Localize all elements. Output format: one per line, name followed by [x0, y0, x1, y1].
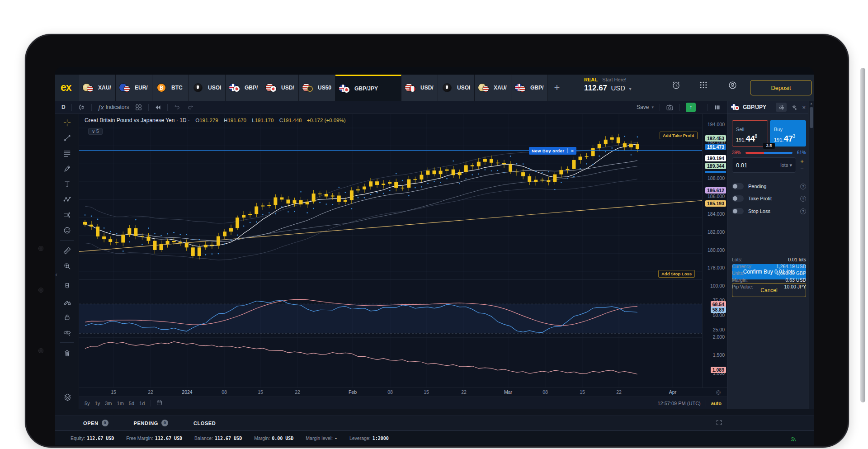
- new-buy-order-label: New Buy order: [532, 148, 564, 153]
- instrument-tab-9[interactable]: USOI: [438, 75, 475, 101]
- drawing-lock-tool-icon[interactable]: [59, 295, 75, 308]
- buy-button[interactable]: Buy 191.473: [770, 120, 806, 147]
- instrument-pair-icon: [302, 82, 315, 93]
- range-button-5y[interactable]: 5y: [85, 401, 90, 406]
- alarm-icon[interactable]: [671, 80, 681, 90]
- price-badge-purple: 186.612: [705, 187, 726, 194]
- instrument-tab-6[interactable]: US50: [299, 75, 335, 101]
- range-button-1d[interactable]: 1d: [139, 401, 145, 406]
- pattern-tool-icon[interactable]: [59, 193, 75, 206]
- time-axis[interactable]: ◎ 15222024081522Feb081522Mar081522Apr: [79, 388, 727, 397]
- add-stop-loss-button[interactable]: Add Stop Loss: [658, 270, 695, 278]
- range-button-1m[interactable]: 1m: [117, 401, 124, 406]
- volume-decrease-button[interactable]: −: [798, 165, 806, 173]
- zoom-in-tool-icon[interactable]: [59, 259, 75, 273]
- apps-grid-icon[interactable]: [699, 80, 709, 90]
- help-icon[interactable]: ?: [800, 196, 806, 202]
- volume-input[interactable]: 0.01 lots ▾: [732, 157, 796, 173]
- fib-tool-icon[interactable]: [59, 147, 75, 160]
- quick-trade-button[interactable]: ↑: [686, 103, 696, 112]
- auto-scale-button[interactable]: auto: [711, 401, 722, 406]
- instrument-tab-1[interactable]: EUR/: [116, 75, 152, 101]
- camera-icon[interactable]: [666, 104, 674, 111]
- add-instrument-button[interactable]: +: [548, 75, 566, 101]
- help-icon[interactable]: ?: [800, 208, 806, 214]
- undo-icon[interactable]: [174, 104, 181, 111]
- text-tool-icon[interactable]: [59, 177, 75, 191]
- volume-unit-dropdown[interactable]: lots ▾: [780, 162, 792, 168]
- sell-button[interactable]: Sell 191.448: [732, 120, 768, 147]
- close-icon[interactable]: ×: [802, 104, 806, 111]
- one-click-trading-icon[interactable]: [788, 103, 799, 112]
- orders-tab-open[interactable]: OPEN0: [83, 420, 108, 426]
- range-button-5d[interactable]: 5d: [129, 401, 134, 406]
- price-axis[interactable]: 194.000192.453192.000191.473190.194189.3…: [702, 114, 727, 388]
- trash-tool-icon[interactable]: [59, 346, 75, 359]
- instrument-pair-icon: ₿: [156, 82, 168, 93]
- price-chart[interactable]: Great Britain Pound vs Japanese Yen · 1D…: [79, 114, 702, 409]
- instrument-tab-4[interactable]: GBP/: [226, 75, 262, 101]
- instrument-tab-0[interactable]: XAU/: [79, 75, 116, 101]
- layout-grid-icon[interactable]: [135, 104, 142, 111]
- expand-icon[interactable]: [716, 419, 723, 427]
- volume-unit-label: lots: [780, 162, 788, 168]
- range-button-3m[interactable]: 3m: [105, 401, 112, 406]
- magnet-tool-icon[interactable]: [59, 279, 75, 293]
- instrument-tab-2[interactable]: ₿BTC: [152, 75, 189, 101]
- collapse-sidebar-arrow[interactable]: ‹: [55, 270, 57, 278]
- add-take-profit-button[interactable]: Add Take Profit: [660, 132, 698, 139]
- panel-columns-icon[interactable]: [714, 104, 721, 111]
- price-tick: 188.000: [708, 175, 725, 181]
- indicators-button[interactable]: ƒxIndicators: [98, 104, 129, 111]
- toggle-row-stop-loss[interactable]: Stop Loss?: [732, 207, 806, 216]
- gbpjpy-flag-icon: [731, 103, 741, 111]
- volume-increase-button[interactable]: +: [798, 157, 806, 165]
- new-buy-order-tag[interactable]: New Buy order ×: [529, 147, 576, 155]
- instrument-tab-7[interactable]: GBP/JPY: [335, 75, 401, 101]
- timeframe-button[interactable]: D: [61, 104, 66, 110]
- emoji-tool-icon[interactable]: [59, 223, 75, 237]
- brush-tool-icon[interactable]: [59, 162, 75, 175]
- ruler-tool-icon[interactable]: [59, 244, 75, 257]
- account-summary[interactable]: REAL Start Here! 112.67 USD ▾: [584, 76, 631, 93]
- crosshair-tool-icon[interactable]: [59, 116, 75, 129]
- range-button-1y[interactable]: 1y: [95, 401, 100, 406]
- order-settings-icon[interactable]: [776, 103, 787, 112]
- trendline-tool-icon[interactable]: [59, 131, 75, 145]
- instrument-tab-10[interactable]: XAU/: [475, 75, 511, 101]
- lock-tool-icon[interactable]: [59, 310, 75, 324]
- position-tool-icon[interactable]: [59, 208, 75, 222]
- ma-period-badge[interactable]: ∨ 5: [88, 128, 103, 135]
- orders-count-badge: 0: [102, 420, 108, 426]
- toggle-row-pending[interactable]: Pending?: [732, 182, 806, 191]
- chart-type-icon[interactable]: [78, 104, 85, 111]
- redo-icon[interactable]: [187, 104, 194, 111]
- save-button[interactable]: Save▾: [637, 104, 654, 110]
- toggle-switch[interactable]: [732, 195, 744, 202]
- deposit-button[interactable]: Deposit: [750, 80, 812, 95]
- help-icon[interactable]: ?: [800, 184, 806, 189]
- scroll-up-arrow[interactable]: ▴: [809, 101, 814, 106]
- toggle-switch[interactable]: [732, 208, 744, 214]
- instrument-tab-11[interactable]: GBP/: [511, 75, 548, 101]
- axis-settings-icon[interactable]: ◎: [716, 389, 721, 395]
- toggle-row-take-profit[interactable]: Take Profit?: [732, 194, 806, 203]
- clock-label[interactable]: 12:57:09 PM (UTC): [657, 401, 700, 406]
- instrument-tab-3[interactable]: USOI: [189, 75, 226, 101]
- hide-tool-icon[interactable]: [59, 326, 75, 339]
- go-to-date-icon[interactable]: [156, 399, 163, 407]
- object-tree-icon[interactable]: [60, 390, 75, 404]
- orders-tab-pending[interactable]: PENDING0: [134, 420, 168, 426]
- close-icon[interactable]: ×: [567, 148, 574, 153]
- bar-replay-icon[interactable]: [155, 104, 161, 111]
- panel-scrollbar[interactable]: ▴: [808, 101, 814, 409]
- instrument-tab-5[interactable]: USD/: [262, 75, 299, 101]
- account-icon[interactable]: [728, 80, 738, 90]
- orders-tab-closed[interactable]: CLOSED: [193, 421, 216, 426]
- instrument-tab-8[interactable]: USD/: [401, 75, 438, 101]
- toggle-switch[interactable]: [732, 183, 744, 189]
- instrument-tab-label: BTC: [171, 85, 183, 91]
- scrollbar-thumb[interactable]: [810, 107, 813, 128]
- price-tick: 100.00: [710, 283, 725, 289]
- orders-tab-label: OPEN: [83, 421, 99, 426]
